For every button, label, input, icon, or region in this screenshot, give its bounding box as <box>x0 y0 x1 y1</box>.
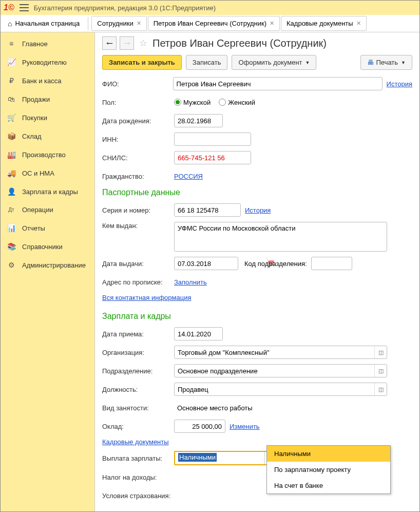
open-icon[interactable]: ◫ <box>374 365 387 377</box>
home-label: Начальная страница <box>15 20 80 27</box>
close-icon[interactable]: ✕ <box>137 20 141 27</box>
label-dept-code: Код подразделения: <box>244 260 307 268</box>
ruble-icon: ₽ <box>7 77 16 85</box>
sidebar-item-purchases[interactable]: 🛒Покупки <box>1 108 94 127</box>
menu-icon[interactable] <box>20 4 29 11</box>
employment-value <box>174 401 387 414</box>
citizenship-link[interactable]: РОССИЯ <box>174 173 203 180</box>
payment-dropdown-list: Наличными По зарплатному проекту На счет… <box>266 445 391 494</box>
nav-forward-button[interactable]: 🡒 <box>120 36 134 50</box>
change-link[interactable]: Изменить <box>230 423 260 430</box>
bars-icon: 📊 <box>7 224 16 232</box>
sidebar-item-bank[interactable]: ₽Банк и касса <box>1 71 94 90</box>
tab-employees[interactable]: Сотрудники ✕ <box>91 16 146 31</box>
factory-icon: 🏭 <box>7 150 16 159</box>
dtkt-icon: Дт <box>7 207 16 213</box>
fio-input[interactable] <box>173 77 383 90</box>
person-icon: 👤 <box>7 187 16 196</box>
label-hire-date: Дата приема: <box>102 330 174 338</box>
box-icon: 📦 <box>7 132 16 140</box>
open-icon[interactable]: ◫ <box>374 383 387 395</box>
label-snils: СНИЛС: <box>102 154 174 162</box>
position-input[interactable]: ◫ <box>174 383 387 396</box>
star-icon[interactable]: ☆ <box>139 37 147 49</box>
books-icon: 📚 <box>7 242 16 251</box>
list-icon: ≡ <box>7 40 16 48</box>
snils-input[interactable] <box>174 151 251 164</box>
bag-icon: 🛍 <box>7 95 16 103</box>
save-close-button[interactable]: Записать и закрыть <box>102 55 182 70</box>
inn-input[interactable] <box>174 132 251 146</box>
home-icon: ⌂ <box>8 20 12 28</box>
gear-icon: ⚙ <box>7 261 16 269</box>
label-inn: ИНН: <box>102 136 174 143</box>
open-icon[interactable]: ◫ <box>374 346 387 358</box>
label-fio: ФИО: <box>102 80 173 88</box>
label-expenses: Учет расходов: <box>102 510 174 512</box>
dept-code-input[interactable] <box>311 257 352 270</box>
dob-input[interactable] <box>174 114 223 127</box>
tab-employee-card[interactable]: Петров Иван Сергеевич (Сотрудник) ✕ <box>148 16 280 31</box>
logo-1c: 1© <box>4 3 14 12</box>
sidebar-item-assets[interactable]: 🚚ОС и НМА <box>1 164 94 182</box>
label-org: Организация: <box>102 349 174 356</box>
hr-docs-link[interactable]: Кадровые документы <box>102 438 169 446</box>
dept-input[interactable]: ◫ <box>174 364 387 377</box>
sidebar: ≡Главное 📈Руководителю ₽Банк и касса 🛍Пр… <box>1 32 95 511</box>
org-input[interactable]: ◫ <box>174 346 387 359</box>
hire-date-input[interactable] <box>174 327 223 340</box>
tab-hr-docs[interactable]: Кадровые документы ✕ <box>281 16 367 31</box>
dropdown-option-bank[interactable]: На счет в банке <box>267 478 390 494</box>
sidebar-item-main[interactable]: ≡Главное <box>1 34 94 53</box>
all-contacts-link[interactable]: Вся контактная информация <box>102 294 191 301</box>
issued-by-input[interactable] <box>174 222 387 252</box>
radio-female[interactable]: Женский <box>219 99 255 106</box>
label-citizenship: Гражданство: <box>102 173 174 180</box>
save-button[interactable]: Записать <box>186 55 228 70</box>
truck-icon: 🚚 <box>7 169 16 177</box>
print-button[interactable]: 🖶Печать▼ <box>360 55 412 70</box>
close-icon[interactable]: ✕ <box>270 20 274 27</box>
label-gender: Пол: <box>102 99 174 106</box>
salary-value <box>174 420 225 433</box>
label-salary: Оклад: <box>102 423 174 430</box>
issue-date-input[interactable]: 📅 <box>174 257 238 270</box>
sidebar-item-reports[interactable]: 📊Отчеты <box>1 219 94 237</box>
chevron-down-icon: ▼ <box>306 60 310 65</box>
sidebar-item-hr[interactable]: 👤Зарплата и кадры <box>1 182 94 201</box>
label-issue-date: Дата выдачи: <box>102 260 174 268</box>
radio-male[interactable]: Мужской <box>174 99 211 106</box>
sidebar-item-catalogs[interactable]: 📚Справочники <box>1 237 94 256</box>
label-insurance: Условия страхования: <box>102 492 174 500</box>
payment-dropdown[interactable]: Наличными ▼ <box>174 451 277 465</box>
sidebar-item-production[interactable]: 🏭Производство <box>1 145 94 164</box>
sidebar-item-sales[interactable]: 🛍Продажи <box>1 90 94 108</box>
label-dob: Дата рождения: <box>102 117 174 125</box>
sidebar-item-warehouse[interactable]: 📦Склад <box>1 127 94 145</box>
title-bar: 1© Бухгалтерия предприятия, редакция 3.0… <box>1 1 419 15</box>
fill-link[interactable]: Заполнить <box>174 278 207 286</box>
chart-icon: 📈 <box>7 58 16 66</box>
dropdown-option-project[interactable]: По зарплатному проекту <box>267 462 390 478</box>
sidebar-item-admin[interactable]: ⚙Администрирование <box>1 256 94 274</box>
tabs-row: ⌂ Начальная страница Сотрудники ✕ Петров… <box>1 15 419 32</box>
label-issued-by: Кем выдан: <box>102 222 174 230</box>
label-position: Должность: <box>102 386 174 393</box>
serial-input[interactable] <box>174 203 241 217</box>
history-link-2[interactable]: История <box>245 206 271 214</box>
nav-back-button[interactable]: 🡐 <box>102 36 117 50</box>
label-dept: Подразделение: <box>102 367 174 375</box>
history-link[interactable]: История <box>387 80 412 88</box>
dropdown-option-cash[interactable]: Наличными <box>267 446 390 462</box>
label-payment: Выплата зарплаты: <box>102 454 174 462</box>
label-serial: Серия и номер: <box>102 206 174 214</box>
label-employment: Вид занятости: <box>102 404 174 412</box>
create-doc-button[interactable]: Оформить документ▼ <box>232 55 316 70</box>
sidebar-item-manager[interactable]: 📈Руководителю <box>1 53 94 71</box>
chevron-down-icon: ▼ <box>401 60 406 65</box>
sidebar-item-operations[interactable]: ДтОперации <box>1 201 94 219</box>
home-tab[interactable]: ⌂ Начальная страница <box>3 16 85 31</box>
close-icon[interactable]: ✕ <box>356 20 361 27</box>
passport-section-title: Паспортные данные <box>102 188 412 197</box>
label-address: Адрес по прописке: <box>102 278 174 286</box>
